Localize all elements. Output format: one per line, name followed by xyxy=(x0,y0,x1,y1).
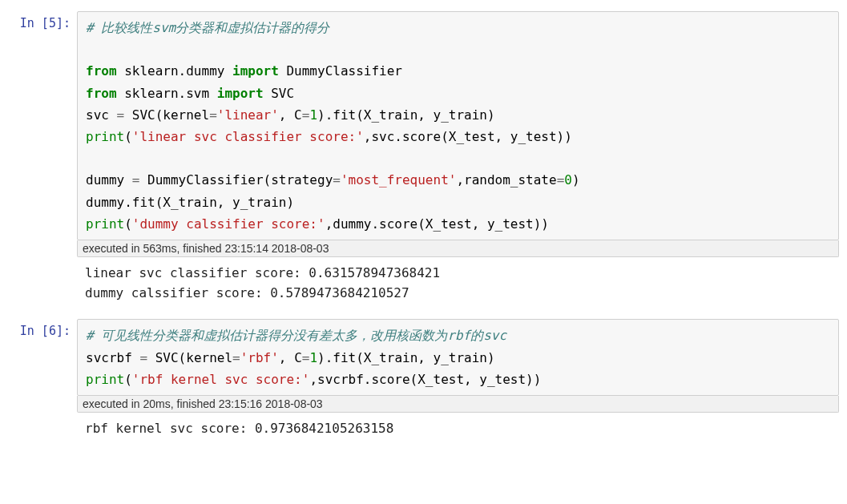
notebook: In [5]: # 比较线性svm分类器和虚拟估计器的得分 from sklea… xyxy=(0,0,847,471)
input-prompt: In [6]: xyxy=(8,319,77,338)
input-area-wrap: # 比较线性svm分类器和虚拟估计器的得分 from sklearn.dummy… xyxy=(77,11,839,314)
code-cell: In [6]: # 可见线性分类器和虚拟估计器得分没有差太多，改用核函数为rbf… xyxy=(0,316,847,451)
execution-timing: executed in 563ms, finished 23:15:14 201… xyxy=(77,240,839,257)
input-area-wrap: # 可见线性分类器和虚拟估计器得分没有差太多，改用核函数为rbf的svc svc… xyxy=(77,319,839,450)
code-input[interactable]: # 比较线性svm分类器和虚拟估计器的得分 from sklearn.dummy… xyxy=(77,11,839,240)
stdout-output: linear svc classifier score: 0.631578947… xyxy=(77,264,839,304)
execution-timing: executed in 20ms, finished 23:15:16 2018… xyxy=(77,396,839,413)
code-input[interactable]: # 可见线性分类器和虚拟估计器得分没有差太多，改用核函数为rbf的svc svc… xyxy=(77,319,839,396)
stdout-output: rbf kernel svc score: 0.9736842105263158 xyxy=(77,419,839,439)
input-prompt: In [5]: xyxy=(8,11,77,30)
code-cell: In [5]: # 比较线性svm分类器和虚拟估计器的得分 from sklea… xyxy=(0,8,847,316)
